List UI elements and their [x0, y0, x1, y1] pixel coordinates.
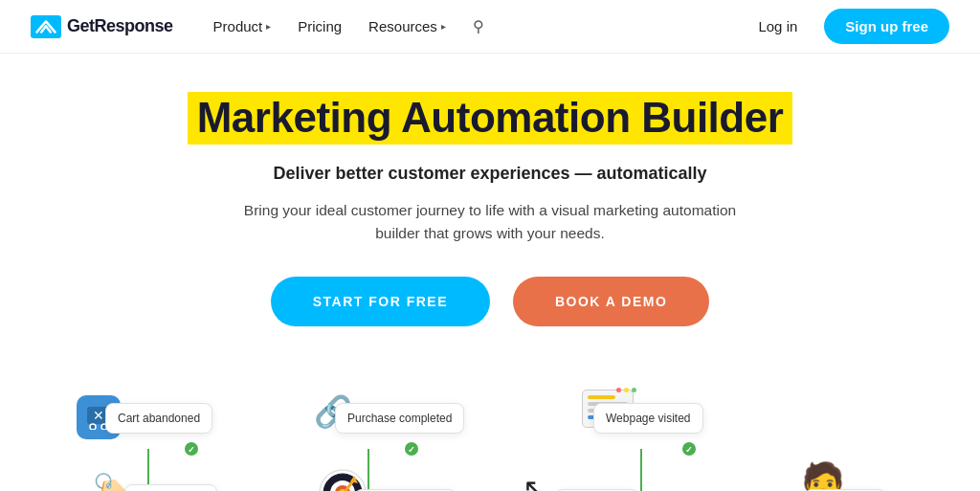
logo-text: GetResponse — [67, 16, 173, 36]
start-free-button[interactable]: START FOR FREE — [271, 277, 490, 326]
svg-text:✓: ✓ — [685, 445, 693, 455]
target-icon — [318, 468, 368, 491]
navbar: GetResponse Product ▸ Pricing Resources … — [0, 0, 980, 54]
hero-section: Marketing Automation Builder Deliver bet… — [0, 54, 980, 384]
logo[interactable]: GetResponse — [31, 15, 173, 38]
person-icon: 🧑‍💼 — [794, 460, 852, 491]
hero-description: Bring your ideal customer journey to lif… — [222, 199, 758, 247]
login-button[interactable]: Log in — [746, 11, 809, 42]
nav-links: Product ▸ Pricing Resources ▸ ⚲ — [204, 10, 747, 43]
chevron-icon: ▸ — [266, 21, 271, 32]
cart-abandoned-node: Cart abandoned — [105, 403, 212, 434]
nav-resources[interactable]: Resources ▸ — [359, 11, 456, 42]
hero-title: Marketing Automation Builder — [188, 92, 793, 145]
cursor-icon: ↖ — [523, 472, 546, 491]
hero-buttons: START FOR FREE BOOK A DEMO — [19, 277, 961, 326]
nav-actions: Log in Sign up free — [746, 9, 949, 44]
book-demo-button[interactable]: BOOK A DEMO — [513, 277, 709, 326]
hero-subtitle: Deliver better customer experiences — au… — [19, 164, 961, 184]
nav-product[interactable]: Product ▸ — [204, 11, 281, 42]
tag-assigned-node: Tag assigned — [124, 484, 217, 491]
svg-text:✓: ✓ — [188, 445, 195, 455]
webpage-dots — [616, 388, 636, 392]
nav-pricing[interactable]: Pricing — [288, 11, 351, 42]
svg-point-18 — [90, 424, 96, 430]
signup-button[interactable]: Sign up free — [824, 9, 949, 44]
chevron-icon: ▸ — [441, 21, 446, 32]
svg-text:✕: ✕ — [93, 408, 104, 423]
webpage-visited-node: Webpage visited — [593, 403, 703, 434]
svg-text:✓: ✓ — [408, 445, 415, 455]
workflow-illustration: ✓ ✓ ✓ ✓ ✓ ✓ ✕ Cart abandoned 🔗 Purchase … — [0, 384, 980, 491]
search-icon[interactable]: ⚲ — [463, 10, 494, 43]
purchase-completed-node: Purchase completed — [335, 403, 464, 434]
